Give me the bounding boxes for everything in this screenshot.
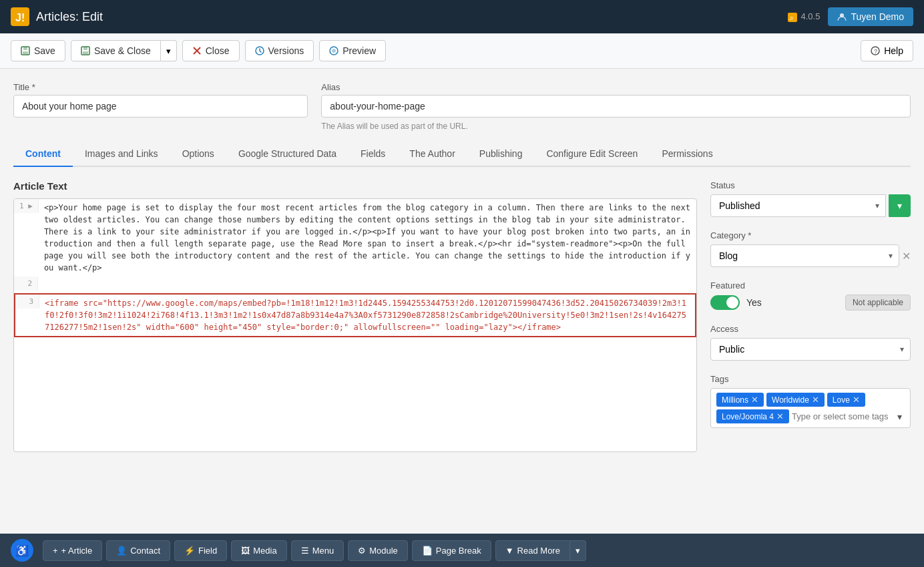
version-label: J! 4.0.5 (788, 11, 821, 22)
tag-love-joomla4-remove[interactable]: ✕ (776, 411, 784, 421)
topbar: J! Articles: Edit J! 4.0.5 Tuyen Demo (0, 0, 924, 33)
featured-row: Yes Not applicable (710, 295, 911, 311)
tag-millions-remove[interactable]: ✕ (751, 395, 758, 405)
tab-permissions[interactable]: Permissions (650, 142, 724, 167)
access-label: Access (710, 324, 911, 334)
line-num-1: 1 ▶ (14, 199, 39, 213)
svg-rect-6 (23, 47, 27, 50)
tag-love: Love ✕ (827, 393, 865, 407)
tag-millions: Millions ✕ (716, 393, 764, 407)
status-section: Status Published Unpublished Archived Tr… (710, 180, 911, 217)
tab-structured-data[interactable]: Google Structured Data (226, 142, 349, 167)
access-select[interactable]: Public Registered Special (710, 338, 911, 361)
code-line-1: 1 ▶ <p>Your home page is set to display … (14, 199, 696, 276)
alias-label: Alias (321, 82, 911, 92)
topbar-left: J! Articles: Edit (11, 7, 103, 26)
tags-label: Tags (710, 374, 911, 384)
alias-hint: The Alias will be used as part of the UR… (321, 122, 911, 131)
title-group: Title * (13, 82, 308, 131)
close-button[interactable]: Close (182, 40, 240, 61)
save-close-group: Save & Close ▾ (71, 40, 177, 61)
status-row: Published Unpublished Archived Trashed ▾… (710, 194, 911, 217)
preview-button[interactable]: Preview (319, 40, 386, 61)
article-text-title: Article Text (13, 180, 697, 192)
tags-container: Millions ✕ Worldwide ✕ Love ✕ Love/Jooml… (710, 388, 911, 428)
tab-options[interactable]: Options (170, 142, 226, 167)
access-section: Access Public Registered Special ▾ (710, 324, 911, 361)
code-line-2: 2 (14, 276, 696, 291)
joomla-logo: J! (11, 7, 29, 26)
tab-content[interactable]: Content (13, 142, 73, 167)
line-num-3: 3 (15, 295, 39, 309)
code-editor[interactable]: 1 ▶ <p>Your home page is set to display … (13, 198, 697, 452)
category-row: Blog Uncategorised ▾ ✕ (710, 244, 911, 267)
svg-text:J!: J! (15, 12, 25, 23)
svg-point-13 (332, 49, 336, 53)
versions-button[interactable]: Versions (245, 40, 314, 61)
tags-dropdown-button[interactable]: ▾ (895, 410, 905, 423)
category-section: Category * Blog Uncategorised ▾ ✕ (710, 230, 911, 267)
line-content-2 (38, 276, 696, 282)
svg-rect-9 (83, 47, 87, 50)
save-close-button[interactable]: Save & Close (71, 40, 161, 61)
status-label: Status (710, 180, 911, 190)
featured-section: Featured Yes Not applicable (710, 280, 911, 311)
title-label: Title * (13, 82, 308, 92)
title-input[interactable] (13, 95, 308, 118)
help-button[interactable]: ? Help (861, 40, 913, 61)
code-line-3: 3 <iframe src="https://www.google.com/ma… (14, 293, 696, 337)
tag-worldwide-remove[interactable]: ✕ (812, 395, 819, 405)
main-content: Title * Alias The Alias will be used as … (0, 69, 924, 465)
category-select[interactable]: Blog Uncategorised (710, 244, 899, 267)
featured-label: Featured (710, 280, 911, 291)
toggle-knob (726, 297, 738, 309)
tab-images[interactable]: Images and Links (73, 142, 170, 167)
title-alias-row: Title * Alias The Alias will be used as … (13, 82, 911, 131)
tabs-bar: Content Images and Links Options Google … (13, 142, 911, 167)
tag-love-joomla4: Love/Joomla 4 ✕ (716, 409, 789, 423)
tag-worldwide: Worldwide ✕ (766, 393, 825, 407)
editor-panel: Article Text 1 ▶ <p>Your home page is se… (13, 180, 697, 452)
save-close-dropdown[interactable]: ▾ (161, 40, 177, 61)
status-select[interactable]: Published Unpublished Archived Trashed (710, 194, 886, 217)
sidebar-panel: Status Published Unpublished Archived Tr… (710, 180, 911, 452)
line-content-1: <p>Your home page is set to display the … (39, 199, 696, 276)
tags-section: Tags Millions ✕ Worldwide ✕ Love ✕ (710, 374, 911, 428)
page-title: Articles: Edit (36, 10, 103, 24)
toolbar: Save Save & Close ▾ Close Versions Previ… (0, 33, 924, 69)
tab-fields[interactable]: Fields (349, 142, 397, 167)
content-body: Article Text 1 ▶ <p>Your home page is se… (13, 180, 911, 452)
svg-text:?: ? (874, 48, 877, 55)
featured-toggle[interactable] (710, 295, 740, 310)
tab-publishing[interactable]: Publishing (467, 142, 535, 167)
tag-love-remove[interactable]: ✕ (853, 395, 860, 405)
status-dropdown-button[interactable]: ▾ (889, 194, 911, 217)
tags-input[interactable] (792, 411, 892, 421)
svg-text:J!: J! (789, 15, 793, 21)
tab-configure[interactable]: Configure Edit Screen (534, 142, 650, 167)
category-clear-button[interactable]: ✕ (902, 250, 911, 262)
line-num-2: 2 (14, 276, 38, 291)
tab-author[interactable]: The Author (397, 142, 467, 167)
category-label: Category * (710, 230, 911, 240)
alias-input[interactable] (321, 95, 911, 118)
alias-group: Alias The Alias will be used as part of … (321, 82, 911, 131)
svg-rect-7 (23, 51, 28, 54)
topbar-right: J! 4.0.5 Tuyen Demo (788, 7, 913, 26)
featured-yes-label: Yes (746, 297, 762, 308)
user-button[interactable]: Tuyen Demo (828, 7, 913, 26)
line-content-3: <iframe src="https://www.google.com/maps… (39, 295, 695, 336)
not-applicable-button[interactable]: Not applicable (845, 295, 911, 311)
svg-rect-10 (83, 51, 88, 54)
save-button[interactable]: Save (11, 40, 65, 61)
